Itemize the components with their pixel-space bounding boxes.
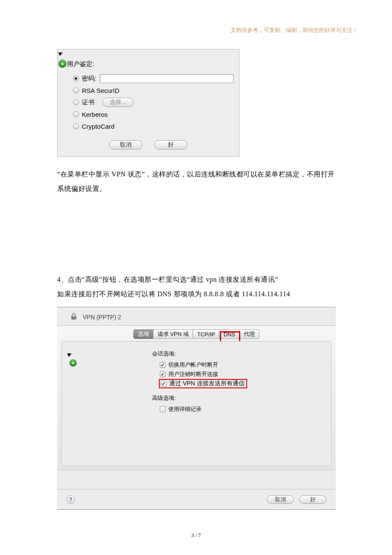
ok-button[interactable]: 好 bbox=[154, 140, 187, 150]
label-password: 密码: bbox=[82, 75, 96, 83]
tab-dns[interactable]: DNS bbox=[219, 330, 240, 339]
radio-password[interactable] bbox=[73, 75, 79, 81]
label-logout: 用户注销时断开连接 bbox=[168, 370, 218, 378]
label-send-all: 通过 VPN 连接发送所有通信 bbox=[169, 380, 245, 387]
help-button[interactable]: ? bbox=[66, 495, 75, 504]
cancel-button[interactable]: 取消 bbox=[109, 140, 142, 150]
vpn-bottom-buttons: 取消 好 bbox=[267, 495, 326, 504]
choose-cert-button[interactable]: 选择... bbox=[102, 98, 134, 107]
vpn-advanced-dialog: VPN (PPTP) 2 选项 请求 VPN 域 TCP/IP DNS 代理 ▶… bbox=[57, 307, 336, 510]
label-detailed-log: 使用详细记录 bbox=[168, 405, 202, 413]
vpn-header: VPN (PPTP) 2 bbox=[57, 307, 336, 325]
options-pane: ▶ + 会话选项: 切换用户帐户时断开 用户注销时断开连接 通过 VPN 连接发… bbox=[61, 341, 331, 466]
password-input[interactable] bbox=[100, 74, 233, 83]
checkbox-logout[interactable] bbox=[160, 371, 166, 377]
label-rsa: RSA SecurID bbox=[82, 87, 119, 94]
tab-tcpip[interactable]: TCP/IP bbox=[193, 330, 220, 339]
paragraph-menubar-note: “在菜单栏中显示 VPN 状态”，这样的话，以后连线和断线都可以在菜单栏搞定，不… bbox=[57, 167, 335, 196]
checkbox-detailed-log[interactable] bbox=[160, 406, 166, 412]
lock-icon bbox=[69, 312, 78, 322]
label-kerberos: Kerberos bbox=[82, 111, 108, 118]
document-header-note: 文档供参考，可复制、编制，期待您的好评与关注！ bbox=[231, 26, 358, 34]
session-section-title: 会话选项: bbox=[152, 350, 331, 358]
step4-line1: 4、点击“高级”按钮，在选项那一栏里勾选“通过 vpn 连接发送所有通讯” bbox=[57, 272, 335, 287]
tab-options[interactable]: 选项 bbox=[133, 330, 154, 339]
step4-line2: 如果连接后打不开网站还可以将 DNS 那项填为 8.8.8.8 或者 114.1… bbox=[57, 287, 335, 301]
checkbox-send-all[interactable] bbox=[161, 381, 167, 387]
checkbox-switch-user[interactable] bbox=[160, 362, 166, 368]
tab-vpn-domain[interactable]: 请求 VPN 域 bbox=[153, 330, 193, 339]
ok-button[interactable]: 好 bbox=[299, 495, 326, 504]
auth-radio-group: 密码: RSA SecurID 证书 选择... Kerberos Crypto… bbox=[73, 72, 233, 132]
cursor-icon: ▶ bbox=[58, 49, 63, 56]
add-icon: + bbox=[58, 60, 66, 68]
tabs-wrapper: 选项 请求 VPN 域 TCP/IP DNS 代理 ▶ + 会话选项: 切换用户… bbox=[57, 325, 336, 470]
radio-rsa[interactable] bbox=[73, 87, 79, 93]
vpn-dialog-bottom: ? 取消 好 bbox=[57, 489, 336, 509]
cursor-icon: ▶ bbox=[66, 350, 72, 357]
label-switch-user: 切换用户帐户时断开 bbox=[168, 361, 218, 369]
tabs: 选项 请求 VPN 域 TCP/IP DNS 代理 bbox=[57, 329, 336, 339]
page-number: 3 / 7 bbox=[0, 532, 392, 539]
vpn-title: VPN (PPTP) 2 bbox=[83, 314, 121, 321]
tab-proxy[interactable]: 代理 bbox=[239, 330, 259, 339]
radio-crypto[interactable] bbox=[73, 123, 79, 129]
cancel-button[interactable]: 取消 bbox=[267, 495, 294, 504]
auth-dialog-title: 用户鉴定: bbox=[67, 60, 94, 68]
document-content: ▶ + 用户鉴定: 密码: RSA SecurID 证书 选择... Kerbe… bbox=[0, 0, 392, 510]
auth-dialog: ▶ + 用户鉴定: 密码: RSA SecurID 证书 选择... Kerbe… bbox=[57, 49, 239, 157]
radio-cert[interactable] bbox=[73, 99, 79, 105]
highlight-sendall: 通过 VPN 连接发送所有通信 bbox=[159, 379, 247, 388]
radio-kerberos[interactable] bbox=[73, 111, 79, 117]
options-column: 会话选项: 切换用户帐户时断开 用户注销时断开连接 通过 VPN 连接发送所有通… bbox=[152, 350, 331, 414]
auth-dialog-buttons: 取消 好 bbox=[58, 140, 239, 150]
label-crypto: CryptoCard bbox=[82, 123, 115, 130]
add-icon: + bbox=[69, 359, 77, 367]
advanced-section-title: 高级选项: bbox=[152, 394, 331, 402]
label-cert: 证书 bbox=[82, 98, 95, 107]
